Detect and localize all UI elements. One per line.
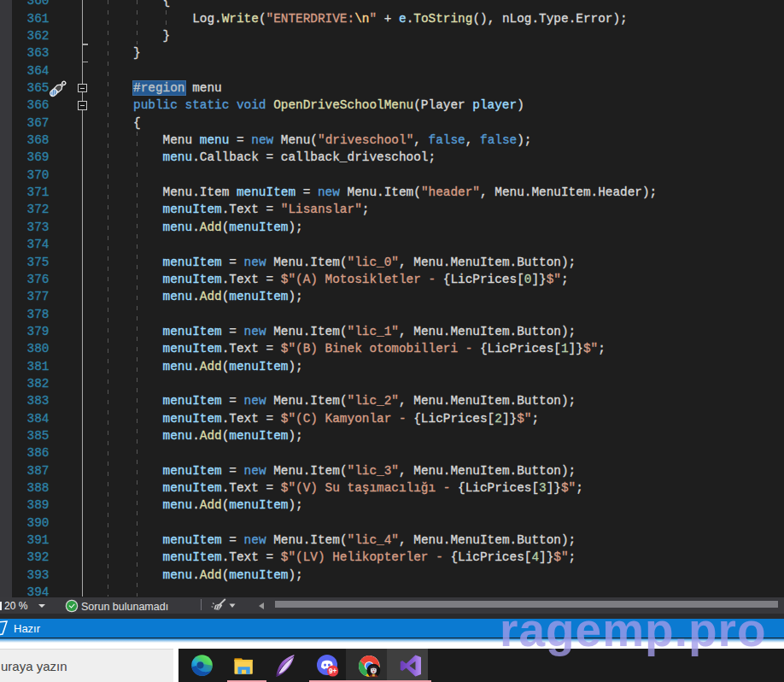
svg-text:9+: 9+ bbox=[329, 667, 337, 675]
